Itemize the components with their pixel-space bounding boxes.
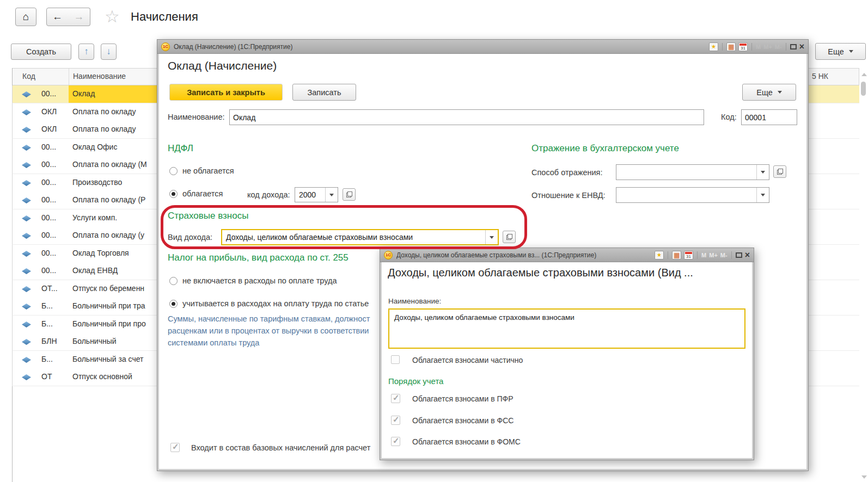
- maximize-icon[interactable]: [790, 44, 797, 50]
- titlebar-divider: [731, 251, 732, 259]
- home-button[interactable]: ⌂: [15, 8, 36, 26]
- reflection-method-open-button[interactable]: [773, 165, 786, 178]
- red-highlight-annotation: [161, 205, 527, 249]
- column-header-code[interactable]: Код: [22, 72, 35, 81]
- favorites-icon[interactable]: [655, 251, 664, 259]
- close-icon[interactable]: ×: [745, 251, 750, 259]
- envd-relation-combobox[interactable]: [616, 187, 769, 203]
- scroll-down-icon[interactable]: [861, 475, 867, 479]
- calculator-icon[interactable]: [672, 251, 681, 259]
- base-accruals-label[interactable]: Входит в состав базовых начислений для р…: [191, 443, 370, 452]
- create-button[interactable]: Создать: [11, 44, 71, 60]
- profit-not-included-label[interactable]: не включается в расходы по оплате труда: [182, 276, 337, 285]
- catalog-item-icon: [22, 233, 31, 239]
- accounting-section-header: Отражение в бухгалтерском учете: [531, 143, 679, 154]
- salary-dialog-titlebar[interactable]: Оклад (Начисление) (1С:Предприятие) M M+…: [157, 40, 808, 54]
- calendar-icon[interactable]: [684, 251, 693, 259]
- move-down-icon: ↓: [106, 46, 111, 57]
- income-code-combobox[interactable]: 2000: [295, 187, 338, 202]
- item-code: Б...: [41, 319, 53, 328]
- forward-button[interactable]: →: [68, 8, 90, 26]
- move-up-button[interactable]: ↑: [78, 44, 94, 60]
- column-header-name[interactable]: Наименование: [73, 72, 126, 81]
- pfr-checkbox[interactable]: [391, 394, 400, 403]
- partially-taxed-label[interactable]: Облагается взносами частично: [412, 356, 523, 364]
- back-icon: ←: [52, 11, 63, 23]
- save-close-button[interactable]: Записать и закрыть: [169, 84, 283, 101]
- list-more-button[interactable]: Еще: [815, 43, 866, 60]
- memory-m-icon[interactable]: M: [756, 44, 761, 50]
- dialog-more-button[interactable]: Еще: [742, 84, 796, 101]
- catalog-item-icon: [22, 286, 31, 292]
- save-close-label: Записать и закрыть: [187, 88, 265, 97]
- fss-checkbox[interactable]: [391, 416, 400, 425]
- dropdown-button[interactable]: [325, 188, 338, 202]
- chevron-down-icon: [849, 50, 853, 53]
- calendar-icon[interactable]: [738, 42, 748, 51]
- maximize-icon[interactable]: [736, 252, 742, 258]
- ndfl-not-taxed-radio[interactable]: [169, 167, 178, 175]
- name-input[interactable]: [229, 109, 704, 125]
- list-scrollbar[interactable]: [860, 70, 867, 479]
- dropdown-button[interactable]: [756, 165, 769, 180]
- code-input[interactable]: [741, 109, 797, 125]
- income-type-name-textarea[interactable]: Доходы, целиком облагаемые страховыми вз…: [388, 308, 745, 349]
- profit-included-label[interactable]: учитывается в расходах на оплату труда п…: [182, 299, 369, 308]
- fss-checkbox-label[interactable]: Облагается взносами в ФСС: [412, 416, 514, 425]
- item-name: Оплата по окладу: [72, 107, 136, 116]
- foms-checkbox[interactable]: [391, 437, 400, 446]
- item-name: Больничный за счет: [72, 355, 143, 363]
- favorites-icon[interactable]: [709, 42, 718, 51]
- item-code: ОКЛ: [41, 107, 57, 116]
- memory-mminus-icon[interactable]: M-: [775, 44, 782, 50]
- profit-tax-section-header: Налог на прибыль, вид расхода по ст. 255: [168, 252, 349, 263]
- dropdown-button[interactable]: [756, 188, 769, 202]
- income-code-open-button[interactable]: [343, 188, 356, 201]
- ndfl-taxed-radio[interactable]: [169, 190, 178, 198]
- catalog-item-icon: [22, 374, 31, 380]
- memory-mplus-icon[interactable]: M+: [763, 44, 772, 50]
- profit-tax-note-line: Суммы, начисленные по тарифным ставкам, …: [168, 314, 370, 323]
- 1c-logo-icon: [384, 251, 393, 259]
- back-button[interactable]: ←: [46, 8, 69, 26]
- chevron-down-icon: [778, 91, 782, 94]
- calculator-icon[interactable]: [726, 42, 736, 51]
- titlebar-divider: [668, 251, 668, 259]
- dialog-heading: Оклад (Начисление): [168, 59, 277, 72]
- save-button[interactable]: Записать: [292, 84, 356, 101]
- catalog-item-icon: [22, 180, 31, 186]
- pfr-checkbox-label[interactable]: Облагается взносами в ПФР: [412, 394, 514, 403]
- column-header-fragment[interactable]: 5 НК: [812, 72, 828, 81]
- profit-included-radio[interactable]: [169, 300, 178, 308]
- chevron-down-icon: [761, 194, 765, 196]
- item-name: Больничный при про: [72, 319, 146, 328]
- item-name: Больничный: [72, 337, 117, 345]
- item-code: 00...: [41, 160, 56, 169]
- close-icon[interactable]: ×: [799, 42, 804, 51]
- foms-checkbox-label[interactable]: Облагается взносами в ФОМС: [412, 437, 521, 446]
- profit-not-included-radio[interactable]: [169, 277, 178, 285]
- column-separator: [69, 69, 69, 85]
- favorite-star-icon[interactable]: ☆: [105, 7, 120, 27]
- income-type-dialog-titlebar[interactable]: Доходы, целиком облагаемые страховыми вз…: [380, 248, 754, 262]
- app-screen: ⌂ ← → ☆ Начисления Создать ↑ ↓ Еще Код Н…: [0, 0, 868, 482]
- catalog-item-icon: [22, 268, 31, 274]
- scrollbar-thumb[interactable]: [861, 82, 866, 96]
- catalog-item-icon: [22, 304, 31, 310]
- ndfl-section-header: НДФЛ: [168, 143, 193, 154]
- base-accruals-checkbox[interactable]: [170, 443, 180, 452]
- memory-mminus-icon[interactable]: M-: [720, 252, 728, 258]
- reflection-method-combobox[interactable]: [616, 164, 769, 180]
- memory-m-icon[interactable]: M: [701, 252, 706, 258]
- titlebar-divider: [751, 43, 752, 51]
- item-name: Больничный при тра: [72, 301, 145, 310]
- scroll-up-icon[interactable]: [861, 73, 867, 76]
- page-title: Начисления: [131, 10, 198, 24]
- ndfl-not-taxed-label[interactable]: не облагается: [182, 166, 234, 175]
- item-code: 00...: [41, 178, 56, 187]
- item-code: 00...: [41, 231, 56, 239]
- memory-mplus-icon[interactable]: M+: [709, 252, 718, 258]
- partially-taxed-checkbox[interactable]: [391, 355, 400, 364]
- move-down-button[interactable]: ↓: [101, 44, 117, 60]
- ndfl-taxed-label[interactable]: облагается: [182, 189, 223, 198]
